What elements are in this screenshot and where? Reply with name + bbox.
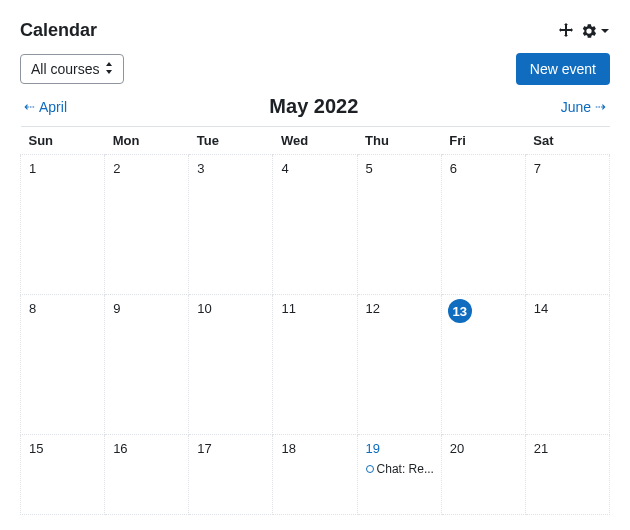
weekday-header: Mon bbox=[105, 127, 189, 155]
day-cell[interactable]: 4 bbox=[273, 155, 357, 295]
day-number: 17 bbox=[197, 441, 211, 456]
day-number: 6 bbox=[450, 161, 457, 176]
current-month-title: May 2022 bbox=[269, 95, 358, 118]
day-number: 3 bbox=[197, 161, 204, 176]
day-number: 11 bbox=[281, 301, 295, 316]
day-number: 14 bbox=[534, 301, 548, 316]
day-number: 4 bbox=[281, 161, 288, 176]
day-number-today: 13 bbox=[448, 299, 472, 323]
weekday-header: Fri bbox=[441, 127, 525, 155]
day-number: 8 bbox=[29, 301, 36, 316]
day-cell[interactable]: 1 bbox=[21, 155, 105, 295]
arrow-left-icon: ⇠ bbox=[24, 99, 35, 114]
course-filter-label: All courses bbox=[31, 61, 99, 77]
day-cell[interactable]: 7 bbox=[525, 155, 609, 295]
day-cell[interactable]: 11 bbox=[273, 295, 357, 435]
day-cell[interactable]: 21 bbox=[525, 435, 609, 515]
next-month-link[interactable]: June ⇢ bbox=[561, 99, 606, 115]
day-cell[interactable]: 15 bbox=[21, 435, 105, 515]
new-event-button[interactable]: New event bbox=[516, 53, 610, 85]
day-cell[interactable]: 18 bbox=[273, 435, 357, 515]
day-number: 10 bbox=[197, 301, 211, 316]
course-filter-select[interactable]: All courses bbox=[20, 54, 124, 84]
calendar-grid: Sun Mon Tue Wed Thu Fri Sat 1 2 3 4 5 6 … bbox=[20, 126, 610, 515]
weekday-header: Sat bbox=[525, 127, 609, 155]
day-cell[interactable]: 8 bbox=[21, 295, 105, 435]
day-number: 21 bbox=[534, 441, 548, 456]
day-number: 1 bbox=[29, 161, 36, 176]
day-number: 2 bbox=[113, 161, 120, 176]
calendar-event[interactable]: Chat: Re... bbox=[366, 462, 433, 476]
day-cell[interactable]: 17 bbox=[189, 435, 273, 515]
day-cell[interactable]: 20 bbox=[441, 435, 525, 515]
day-cell[interactable]: 9 bbox=[105, 295, 189, 435]
day-cell[interactable]: 3 bbox=[189, 155, 273, 295]
day-cell[interactable]: 5 bbox=[357, 155, 441, 295]
day-cell[interactable]: 6 bbox=[441, 155, 525, 295]
day-cell[interactable]: 10 bbox=[189, 295, 273, 435]
day-cell[interactable]: 12 bbox=[357, 295, 441, 435]
weekday-header: Tue bbox=[189, 127, 273, 155]
day-number: 15 bbox=[29, 441, 43, 456]
day-cell-with-event[interactable]: 19 Chat: Re... bbox=[357, 435, 441, 515]
sort-icon bbox=[105, 62, 113, 76]
weekday-header: Thu bbox=[357, 127, 441, 155]
day-number: 12 bbox=[366, 301, 380, 316]
day-cell[interactable]: 2 bbox=[105, 155, 189, 295]
event-label: Chat: Re... bbox=[377, 462, 433, 476]
next-month-label: June bbox=[561, 99, 591, 115]
arrow-right-icon: ⇢ bbox=[595, 99, 606, 114]
page-title: Calendar bbox=[20, 20, 97, 41]
day-number: 7 bbox=[534, 161, 541, 176]
day-number: 16 bbox=[113, 441, 127, 456]
weekday-header: Sun bbox=[21, 127, 105, 155]
day-number: 18 bbox=[281, 441, 295, 456]
day-cell-today[interactable]: 13 bbox=[441, 295, 525, 435]
day-number: 9 bbox=[113, 301, 120, 316]
prev-month-link[interactable]: ⇠ April bbox=[24, 99, 67, 115]
gear-icon[interactable] bbox=[582, 24, 596, 38]
day-cell[interactable]: 16 bbox=[105, 435, 189, 515]
weekday-header: Wed bbox=[273, 127, 357, 155]
chevron-down-icon[interactable] bbox=[600, 26, 610, 36]
day-number: 20 bbox=[450, 441, 464, 456]
day-number: 5 bbox=[366, 161, 373, 176]
event-dot-icon bbox=[366, 465, 374, 473]
day-number: 19 bbox=[366, 441, 380, 456]
day-cell[interactable]: 14 bbox=[525, 295, 609, 435]
move-icon[interactable] bbox=[558, 23, 574, 39]
prev-month-label: April bbox=[39, 99, 67, 115]
